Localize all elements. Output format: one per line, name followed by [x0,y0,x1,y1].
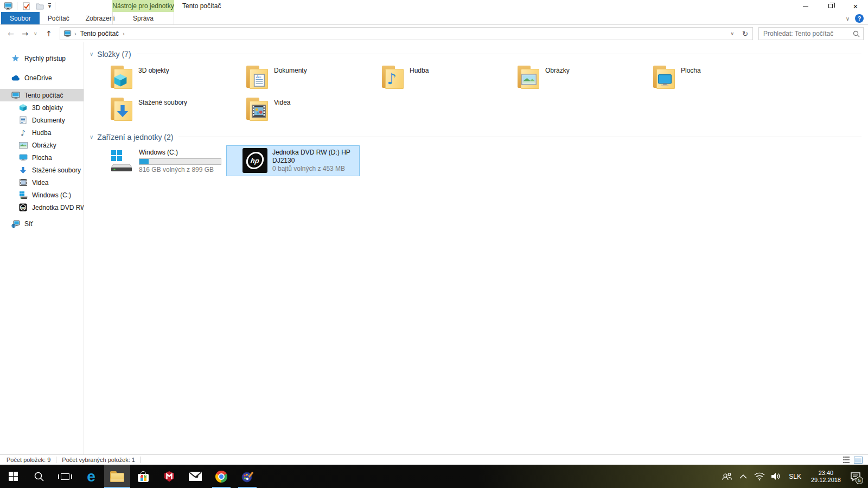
sidebar-item-quick-access[interactable]: Rychlý přístup [0,52,84,65]
search-input[interactable]: Prohledat: Tento počítač [758,27,864,40]
properties-icon[interactable] [21,1,31,11]
hp-dvd-icon: hp [18,203,28,212]
sidebar-item-videos[interactable]: Videa [0,176,84,189]
tab-file[interactable]: Soubor [1,12,40,24]
chevron-down-icon[interactable]: ∨ [90,51,93,57]
folder-tile-documents[interactable]: A= Dokumenty [228,62,364,94]
drive-name: Windows (C:) [139,149,221,157]
address-dropdown-icon[interactable]: ∨ [727,31,738,36]
recent-locations-icon[interactable]: ∨ [34,31,40,36]
taskbar-button-mcafee[interactable] [156,465,182,488]
new-folder-icon[interactable] [35,1,44,11]
edge-icon: e [87,469,95,484]
sidebar-item-dvd-drive[interactable]: hp Jednotka DVD RW (D:) HP DJ2130 [0,201,84,214]
taskbar-button-store[interactable] [130,465,156,488]
back-button[interactable]: ← [5,29,16,38]
drive-tile-dvd[interactable]: hp Jednotka DVD RW (D:) HP DJ2130 0 bajt… [226,145,360,176]
divider [137,54,861,54]
volume-icon[interactable] [768,465,783,488]
microsoft-store-icon [138,474,149,482]
address-bar[interactable]: › Tento počítač › ∨ ↻ [60,27,753,40]
taskbar-search-button[interactable] [26,465,52,488]
network-icon [11,219,20,228]
restore-button[interactable] [818,0,843,12]
selected-count: Počet vybraných položek: 1 [62,457,135,463]
sidebar-item-network[interactable]: Síť [0,217,84,230]
up-button[interactable]: ↑ [43,29,54,38]
contextual-tab-drive-tools[interactable]: Nástroje pro jednotky [112,0,174,12]
sidebar-item-documents[interactable]: Dokumenty [0,114,84,126]
sidebar-item-windows-c[interactable]: Windows (C:) [0,189,84,201]
forward-button[interactable]: → [20,29,30,38]
window-title: Tento počítač [182,0,221,12]
sidebar-item-onedrive[interactable]: OneDrive [0,72,84,84]
divider [56,457,56,463]
folder-icon [245,96,269,121]
folder-icon [652,64,675,89]
clock[interactable]: 23:40 29.12.2018 [807,470,845,484]
film-overlay-icon [252,105,266,120]
time: 23:40 [819,470,834,476]
sidebar-item-music[interactable]: ♪ Hudba [0,126,84,139]
thumbnail-view-icon[interactable] [854,457,863,464]
tab-computer[interactable]: Počítač [40,12,78,24]
task-view-button[interactable] [52,465,78,488]
folder-tile-music[interactable]: ♪ Hudba [364,62,500,94]
section-header-devices[interactable]: ∨ Zařízení a jednotky (2) [90,132,868,142]
cube-overlay-icon [113,73,127,89]
sidebar-item-desktop[interactable]: Plocha [0,151,84,164]
breadcrumb[interactable]: Tento počítač [79,30,120,37]
wifi-icon[interactable] [752,465,767,488]
language-indicator[interactable]: SLK [784,473,806,480]
sidebar-item-this-pc[interactable]: Tento počítač [0,89,84,101]
chevron-down-icon[interactable]: ∨ [90,134,93,140]
folder-tile-pictures[interactable]: Obrázky [500,62,635,94]
close-button[interactable]: × [843,0,868,12]
tab-manage[interactable]: Správa [112,12,174,24]
paint3d-icon [241,470,254,483]
folder-tile-downloads[interactable]: Stažené soubory [93,94,228,126]
drive-name: Jednotka DVD RW (D:) HP DJ2130 [272,149,357,165]
search-icon[interactable] [853,30,860,37]
download-arrow-icon [18,165,28,175]
search-placeholder: Prohledat: Tento počítač [763,30,853,37]
drive-tile-windows-c[interactable]: Windows (C:) 816 GB volných z 899 GB [93,145,226,176]
system-tray: SLK 23:40 29.12.2018 5 [719,465,868,488]
hidden-icons-chevron-icon[interactable] [736,465,751,488]
action-center-button[interactable]: 5 [846,465,865,488]
sidebar-item-3d-objects[interactable]: 3D objekty [0,101,84,114]
folder-tile-videos[interactable]: Videa [228,94,364,126]
details-view-icon[interactable] [842,457,851,464]
chrome-icon [215,471,227,483]
folders-grid: 3D objekty A= Dokumenty ♪ Hudba Obrázky … [93,62,868,126]
breadcrumb-separator[interactable]: › [123,30,125,37]
start-button[interactable] [0,465,26,488]
disk-usage-fill [139,159,149,164]
sidebar-item-label: Síť [24,220,33,228]
taskbar-button-file-explorer[interactable] [104,465,130,488]
help-icon[interactable]: ? [855,14,864,23]
taskbar-button-paint3d[interactable] [234,465,260,488]
refresh-icon[interactable]: ↻ [740,30,750,38]
folder-tile-3d-objects[interactable]: 3D objekty [93,62,228,94]
folder-label: Hudba [410,67,429,93]
folder-icon [109,96,133,121]
divider [55,2,55,10]
section-header-folders[interactable]: ∨ Složky (7) [90,49,868,59]
picture-icon [18,140,28,150]
sidebar-item-pictures[interactable]: Obrázky [0,139,84,151]
sidebar-item-label: Obrázky [32,142,56,149]
mcafee-shield-icon [163,470,176,483]
windows-logo-icon [9,472,18,481]
free-space-label: 816 GB volných z 899 GB [139,166,221,174]
expand-ribbon-icon[interactable]: ∨ [846,16,850,22]
folder-tile-desktop[interactable]: Plocha [635,62,771,94]
minimize-button[interactable] [793,0,818,12]
taskbar-button-edge[interactable]: e [78,465,104,488]
sidebar-item-downloads[interactable]: Stažené soubory [0,164,84,176]
taskbar-button-mail[interactable] [182,465,208,488]
desktop-icon [18,153,28,162]
people-icon[interactable] [719,465,735,488]
customize-toolbar-icon[interactable]: ▾ [48,3,51,9]
taskbar-button-chrome[interactable] [208,465,234,488]
